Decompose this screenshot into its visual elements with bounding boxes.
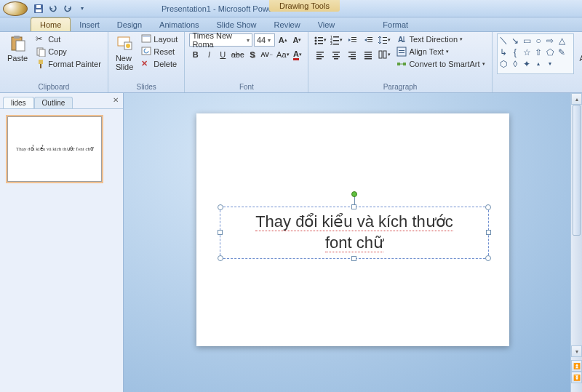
align-right-button[interactable]: [345, 48, 359, 61]
office-button[interactable]: [3, 1, 28, 16]
redo-icon[interactable]: [61, 2, 74, 15]
shape-brace-icon[interactable]: {: [511, 47, 520, 57]
tab-design[interactable]: Design: [108, 18, 151, 31]
resize-handle-w[interactable]: [218, 230, 223, 235]
slide-canvas[interactable]: Thay đổi kiểu và kích thước font chữ ▴ ▾…: [124, 93, 582, 392]
shapes-gallery[interactable]: ＼ ↘ ▭ ○ ⇨ △ ↳ { ☆ ⇧ ⬠ ✎ ⬡ ◊ ✦ ▴ ▾: [497, 33, 574, 74]
shape-rect-icon[interactable]: ▭: [522, 36, 532, 45]
tab-view[interactable]: View: [309, 18, 344, 31]
qat-more-icon[interactable]: ▾: [76, 2, 89, 15]
resize-handle-n[interactable]: [351, 204, 356, 209]
shape-more2-icon[interactable]: ▾: [546, 59, 555, 68]
svg-rect-1: [36, 9, 41, 12]
tab-insert[interactable]: Insert: [71, 18, 108, 31]
line-spacing-button[interactable]: ▾: [377, 33, 391, 47]
shape-arrow-icon[interactable]: ↘: [511, 36, 520, 45]
char-spacing-button[interactable]: AV↔: [260, 48, 274, 61]
shape-line-icon[interactable]: ＼: [499, 36, 509, 45]
font-color-button[interactable]: A▾: [292, 48, 304, 61]
italic-button[interactable]: I: [203, 48, 215, 61]
shape-triangle-icon[interactable]: △: [557, 36, 567, 45]
panel-tab-outline[interactable]: Outline: [34, 97, 73, 108]
panel-tab-slides[interactable]: lides: [3, 97, 34, 108]
align-center-button[interactable]: [329, 48, 343, 61]
tab-home[interactable]: Home: [31, 17, 71, 31]
shadow-button[interactable]: S: [246, 48, 258, 61]
panel-close-icon[interactable]: ✕: [113, 96, 119, 104]
font-size-combo[interactable]: 44▾: [254, 33, 275, 47]
tab-slideshow[interactable]: Slide Show: [208, 18, 266, 31]
shape-call-icon[interactable]: ◊: [511, 59, 520, 68]
arrange-button[interactable]: Arrange: [577, 33, 582, 64]
tab-review[interactable]: Review: [266, 18, 309, 31]
columns-button[interactable]: ▾: [377, 48, 391, 61]
title-text-box[interactable]: Thay đổi kiểu và kích thước font chữ: [220, 207, 489, 259]
text-direction-button[interactable]: AText Direction ▾: [394, 33, 487, 45]
shape-hex-icon[interactable]: ⬡: [499, 59, 509, 68]
tab-animations[interactable]: Animations: [151, 18, 207, 31]
svg-point-20: [315, 43, 317, 45]
shape-oval-icon[interactable]: ○: [534, 36, 543, 45]
shape-penta-icon[interactable]: ⬠: [546, 47, 555, 57]
shape-arrow3-icon[interactable]: ⇧: [534, 47, 543, 57]
cut-button[interactable]: ✂Cut: [33, 33, 103, 45]
strike-button[interactable]: abc: [231, 48, 245, 61]
layout-button[interactable]: Layout: [139, 33, 180, 45]
group-slides: New Slide Layout Reset ✕Delete Slides: [108, 32, 186, 92]
format-painter-button[interactable]: Format Painter: [33, 58, 103, 70]
svg-rect-14: [143, 36, 150, 37]
resize-handle-se[interactable]: [485, 255, 491, 261]
font-family-combo[interactable]: Times New Roma▾: [189, 33, 252, 47]
svg-rect-51: [364, 56, 372, 57]
shrink-font-button[interactable]: A▾: [291, 33, 304, 47]
slide[interactable]: Thay đổi kiểu và kích thước font chữ: [196, 113, 509, 346]
prev-slide-icon[interactable]: ⏫: [571, 360, 582, 372]
next-slide-icon[interactable]: ⏬: [571, 372, 582, 383]
resize-handle-sw[interactable]: [218, 255, 223, 261]
title-text[interactable]: Thay đổi kiểu và kích thước font chữ: [255, 212, 453, 253]
scroll-thumb[interactable]: [573, 105, 581, 236]
resize-handle-s[interactable]: [351, 256, 356, 261]
svg-rect-27: [333, 44, 339, 45]
group-clipboard: Paste ✂Cut Copy Format Painter Clipboard: [0, 32, 108, 92]
rotate-handle[interactable]: [351, 191, 357, 197]
numbering-button[interactable]: 123▾: [329, 33, 343, 47]
shape-arrow2-icon[interactable]: ⇨: [546, 36, 555, 45]
grow-font-button[interactable]: A▴: [276, 33, 290, 47]
resize-handle-nw[interactable]: [218, 204, 223, 210]
shape-scribble-icon[interactable]: ✎: [557, 47, 567, 57]
scroll-down-icon[interactable]: ▾: [571, 345, 582, 357]
underline-button[interactable]: U: [217, 48, 229, 61]
svg-rect-31: [367, 37, 372, 38]
reset-button[interactable]: Reset: [139, 46, 180, 57]
new-slide-button[interactable]: New Slide: [113, 33, 136, 73]
shape-connector-icon[interactable]: ↳: [499, 47, 509, 57]
justify-button[interactable]: [361, 48, 375, 61]
shape-star-icon[interactable]: ☆: [522, 47, 532, 57]
shape-more1-icon[interactable]: ▴: [534, 59, 543, 68]
copy-button[interactable]: Copy: [33, 46, 103, 57]
undo-icon[interactable]: [47, 2, 60, 15]
vertical-scrollbar[interactable]: ▴ ▾ ⏫ ⏬: [570, 93, 582, 392]
svg-rect-44: [334, 58, 338, 60]
scroll-up-icon[interactable]: ▴: [571, 93, 582, 105]
save-icon[interactable]: [32, 2, 45, 15]
svg-rect-49: [364, 52, 372, 53]
align-left-button[interactable]: [313, 48, 327, 61]
svg-rect-23: [333, 36, 339, 38]
bullets-button[interactable]: ▾: [313, 33, 327, 47]
resize-handle-e[interactable]: [486, 230, 491, 235]
resize-handle-ne[interactable]: [485, 204, 491, 210]
delete-button[interactable]: ✕Delete: [139, 58, 180, 70]
tab-format[interactable]: Format: [374, 18, 417, 31]
slide-thumbnail[interactable]: Thay đổi kiểu và kích thước font chữ: [7, 116, 102, 182]
align-text-button[interactable]: Align Text ▾: [394, 46, 487, 57]
paste-button[interactable]: Paste: [4, 33, 31, 64]
decrease-indent-button[interactable]: [345, 33, 359, 47]
change-case-button[interactable]: Aa▾: [276, 48, 290, 61]
increase-indent-button[interactable]: [361, 33, 375, 47]
thumbnail-list[interactable]: Thay đổi kiểu và kích thước font chữ: [0, 109, 123, 392]
shape-plus-icon[interactable]: ✦: [522, 59, 532, 68]
bold-button[interactable]: B: [189, 48, 202, 61]
smartart-button[interactable]: Convert to SmartArt ▾: [394, 58, 487, 70]
